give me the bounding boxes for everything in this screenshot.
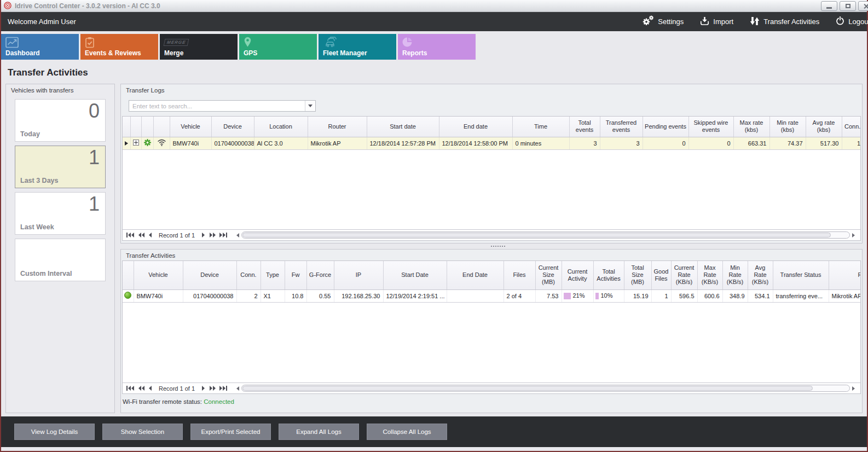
column-header-current-rate[interactable]: Current Rate (KB/s)	[671, 261, 697, 289]
next-record-button[interactable]	[201, 386, 205, 391]
column-header-device[interactable]: Device	[211, 117, 254, 137]
tile-merge[interactable]: MERGE Merge	[160, 34, 238, 60]
power-icon	[836, 16, 844, 27]
download-icon	[700, 16, 709, 27]
transfer-activities-button[interactable]: Transfer Activities	[750, 16, 819, 27]
conn-cell: 1	[842, 137, 860, 149]
splitter-grip-icon	[491, 246, 492, 247]
column-header-transferred-events[interactable]: Transferred events	[600, 117, 643, 137]
column-header-start-date[interactable]: Start Date	[383, 261, 447, 289]
export-print-selected-button[interactable]: Export/Print Selected	[190, 424, 271, 440]
prev-record-button[interactable]	[148, 386, 152, 391]
column-header-min-rate[interactable]: Min rate (kbs)	[769, 117, 806, 137]
top-toolbar: Welcome Admin User Settings Import Trans…	[1, 12, 867, 31]
maximize-button[interactable]	[840, 1, 856, 11]
column-header-max-rate[interactable]: Max rate (kbs)	[733, 117, 769, 137]
column-header-end-date[interactable]: End date	[439, 117, 512, 137]
column-header-good-files[interactable]: Good Files	[651, 261, 671, 289]
horizontal-scrollbar[interactable]	[236, 385, 855, 392]
gear-cell[interactable]	[141, 137, 153, 149]
next-page-button[interactable]	[209, 386, 216, 391]
tile-dashboard[interactable]: Dashboard	[1, 34, 79, 60]
tile-events-reviews[interactable]: Events & Reviews	[80, 34, 158, 60]
card-last-3-days[interactable]: 1 Last 3 Days	[15, 146, 106, 188]
expand-all-logs-button[interactable]: Expand All Logs	[279, 424, 359, 440]
collapse-all-logs-button[interactable]: Collapse All Logs	[367, 424, 447, 440]
minimize-button[interactable]	[821, 1, 837, 11]
start-date-cell: 12/19/2014 2:19:51 ...	[383, 289, 447, 302]
column-header-max-rate[interactable]: Max Rate (KB/s)	[697, 261, 722, 289]
min-rate-cell: 348.9	[722, 289, 748, 302]
progress-bar	[595, 293, 599, 299]
column-header-total-events[interactable]: Total events	[569, 117, 600, 137]
tile-reports[interactable]: Reports	[398, 34, 476, 60]
last-record-button[interactable]	[219, 386, 228, 391]
view-log-details-button[interactable]: View Log Details	[14, 424, 95, 440]
column-header-type[interactable]: Type	[261, 261, 285, 289]
column-header-ip[interactable]: IP	[334, 261, 383, 289]
column-header-current-activity[interactable]: Current Activity	[562, 261, 593, 289]
column-header-current-size[interactable]: Current Size (MB)	[535, 261, 562, 289]
card-last-week[interactable]: 1 Last Week	[15, 192, 106, 235]
card-custom-interval[interactable]: Custom Interval	[15, 239, 106, 281]
window-title: Idrive Control Center - 3.0.2 version - …	[15, 2, 160, 10]
column-header-router[interactable]: Router	[829, 261, 860, 289]
column-header-start-date[interactable]: Start date	[367, 117, 439, 137]
line-chart-icon	[5, 36, 19, 48]
next-record-button[interactable]	[201, 233, 205, 237]
show-selection-button[interactable]: Show Selection	[102, 424, 183, 440]
column-header-min-rate[interactable]: Min Rate (KB/s)	[722, 261, 748, 289]
tile-label: Reports	[402, 49, 427, 57]
column-header-skipped-wire-events[interactable]: Skipped wire events	[688, 117, 733, 137]
column-header-end-date[interactable]: End Date	[447, 261, 504, 289]
import-button[interactable]: Import	[700, 16, 733, 27]
column-header-conn[interactable]: Conn.	[236, 261, 261, 289]
wifi-cell	[153, 137, 170, 149]
logout-button[interactable]: Logout	[836, 16, 868, 27]
column-header-location[interactable]: Location	[254, 117, 308, 137]
expand-icon[interactable]	[133, 140, 139, 146]
next-page-button[interactable]	[209, 233, 216, 237]
column-header-router[interactable]: Router	[308, 117, 367, 137]
tile-fleet-manager[interactable]: Fleet Manager	[319, 34, 396, 60]
search-dropdown-button[interactable]	[305, 101, 315, 111]
page-title: Transfer Activities	[8, 67, 867, 78]
card-today[interactable]: 0 Today	[15, 99, 106, 142]
column-header-avg-rate[interactable]: Avg rate (kbs)	[806, 117, 842, 137]
first-record-button[interactable]	[126, 233, 134, 237]
panel-splitter[interactable]	[120, 244, 863, 249]
column-header-total-activities[interactable]: Total Activities	[593, 261, 624, 289]
search-input[interactable]	[129, 103, 305, 109]
prev-record-button[interactable]	[148, 233, 152, 237]
last-record-button[interactable]	[219, 233, 228, 237]
close-button[interactable]	[858, 1, 868, 11]
transfer-logs-title: Transfer Logs	[121, 84, 862, 95]
column-header-transfer-status[interactable]: Transfer Status	[773, 261, 829, 289]
column-header-total-size[interactable]: Total Size (MB)	[624, 261, 651, 289]
tile-gps[interactable]: GPS	[239, 34, 317, 60]
first-record-button[interactable]	[126, 386, 134, 391]
column-header-vehicle[interactable]: Vehicle	[170, 117, 211, 137]
horizontal-scrollbar[interactable]	[236, 231, 855, 239]
table-row[interactable]: BMW740i 017040000038 Al CC 3.0 Mikrotik …	[123, 137, 860, 149]
column-header-files[interactable]: Files	[504, 261, 535, 289]
expand-cell[interactable]	[130, 137, 141, 149]
column-header-fw[interactable]: Fw	[285, 261, 306, 289]
column-header-g-force[interactable]: G-Force	[306, 261, 334, 289]
column-header-time[interactable]: Time	[512, 117, 569, 137]
column-header-pending-events[interactable]: Pending events	[643, 117, 688, 137]
column-header-conn[interactable]: Conn.	[842, 117, 860, 137]
fleet-cars-icon	[323, 36, 339, 48]
clipboard-check-icon	[85, 36, 95, 48]
column-header-avg-rate[interactable]: Avg Rate (KB/s)	[748, 261, 773, 289]
prev-page-button[interactable]	[138, 233, 144, 237]
table-row[interactable]: BMW740i 017040000038 2 X1 10.8 0.55 192.…	[123, 289, 860, 302]
skipped-wire-events-cell: 0	[688, 137, 733, 149]
tile-label: GPS	[244, 49, 257, 57]
device-cell: 017040000038	[211, 137, 254, 149]
settings-button[interactable]: Settings	[642, 15, 684, 28]
column-header-vehicle[interactable]: Vehicle	[134, 261, 183, 289]
prev-page-button[interactable]	[138, 386, 144, 391]
transfer-logs-grid: Vehicle Device Location Router Start dat…	[122, 116, 861, 241]
column-header-device[interactable]: Device	[183, 261, 236, 289]
